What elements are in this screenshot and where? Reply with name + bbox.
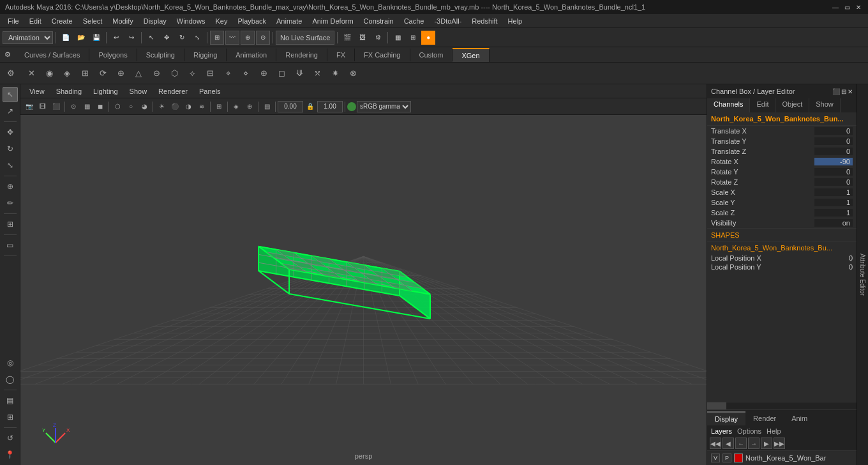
new-file-btn[interactable]: 📄 (59, 31, 73, 45)
sidebar-plus-btn[interactable]: ⊞ (3, 409, 18, 425)
view-menu[interactable]: View (24, 86, 50, 96)
menu-3dtall[interactable]: -3DtoAll- (429, 16, 467, 26)
soft-mod-btn[interactable]: ⊕ (3, 179, 18, 194)
animation-mode-select[interactable]: Animation (3, 31, 53, 44)
layer-v-btn[interactable]: V (711, 454, 720, 462)
move-tool-btn[interactable]: ✥ (3, 125, 18, 140)
move-btn[interactable]: ✥ (160, 31, 174, 45)
menu-edit[interactable]: Edit (24, 16, 47, 26)
vt-btn-cube[interactable]: ⬛ (50, 100, 63, 113)
shelf-btn-6[interactable]: ⊕ (112, 65, 129, 82)
ch-tab-edit[interactable]: Edit (750, 98, 775, 112)
rp-expand-btn[interactable]: ⬛ (832, 88, 840, 95)
tab-sculpting[interactable]: Sculpting (137, 49, 184, 61)
menu-redshift[interactable]: Redshift (467, 16, 502, 26)
scale-tool-btn[interactable]: ⤡ (3, 158, 18, 173)
minimize-button[interactable]: — (831, 3, 840, 11)
ch-tab-show[interactable]: Show (809, 98, 841, 112)
menu-create[interactable]: Create (47, 16, 78, 26)
pin-btn[interactable]: 📍 (3, 447, 18, 462)
shelf-btn-18[interactable]: ✷ (327, 65, 343, 82)
renderer-menu[interactable]: Renderer (153, 86, 193, 96)
vt-wireframe[interactable]: ⬡ (111, 100, 124, 113)
shelf-btn-2[interactable]: ◉ (41, 65, 57, 82)
menu-display[interactable]: Display (138, 16, 172, 26)
dt-tab-render[interactable]: Render (745, 412, 784, 425)
snap-camera-btn[interactable]: ◎ (3, 355, 18, 370)
layer-new-btn[interactable]: ◀◀ (710, 438, 721, 449)
vt-val2-input[interactable] (317, 101, 343, 112)
tab-settings-btn[interactable]: ⚙ (0, 47, 15, 62)
undo-btn[interactable]: ↩ (109, 31, 123, 45)
scene-viewport[interactable]: persp X Y Z (20, 115, 707, 465)
shelf-btn-7[interactable]: △ (130, 65, 147, 82)
sidebar-icons-btn[interactable]: ▤ (3, 393, 18, 408)
rotate-tool-btn[interactable]: ↻ (3, 141, 18, 156)
local-pos-y-value[interactable]: 0 (814, 263, 853, 271)
vt-light[interactable]: ☀ (155, 100, 168, 113)
shelf-btn-4[interactable]: ⊞ (77, 65, 93, 82)
show-manip-btn[interactable]: ⊞ (3, 217, 18, 232)
ch-tab-object[interactable]: Object (775, 98, 809, 112)
snap-grid-btn[interactable]: ⊞ (210, 31, 224, 45)
rotate-arrow-btn[interactable]: ↺ (3, 431, 18, 446)
snap-curve-btn[interactable]: 〰 (225, 31, 239, 45)
tab-rendering[interactable]: Rendering (276, 49, 327, 61)
menu-modify[interactable]: Modify (107, 16, 138, 26)
options-tab[interactable]: Options (737, 427, 761, 435)
tab-xgen[interactable]: XGen (453, 48, 489, 62)
show-menu[interactable]: Show (124, 86, 153, 96)
rotate-x-value[interactable]: -90 (814, 158, 853, 165)
vt-ao[interactable]: ◑ (182, 100, 195, 113)
shelf-btn-13[interactable]: ⋄ (237, 65, 254, 82)
layer-color-swatch[interactable] (734, 454, 743, 462)
menu-constrain[interactable]: Constrain (359, 16, 399, 26)
dt-tab-display[interactable]: Display (707, 411, 745, 425)
vt-hud[interactable]: ▤ (260, 100, 273, 113)
local-pos-x-value[interactable]: 0 (814, 254, 853, 262)
vt-gamma-select[interactable]: sRGB gamma (357, 101, 411, 112)
scrollbar-thumb[interactable] (707, 402, 726, 409)
rotate-z-value[interactable]: 0 (814, 178, 853, 186)
layer-down-btn[interactable]: → (748, 438, 760, 449)
shelf-btn-9[interactable]: ⬡ (166, 65, 183, 82)
viewport[interactable]: View Shading Lighting Show Renderer Pane… (20, 84, 707, 465)
menu-cache[interactable]: Cache (399, 16, 430, 26)
tab-polygons[interactable]: Polygons (89, 49, 137, 61)
layer-del-btn[interactable]: ◀ (722, 438, 734, 449)
region-sel-btn[interactable]: ▭ (3, 238, 18, 253)
menu-help[interactable]: Help (503, 16, 528, 26)
window-controls[interactable]: — ▭ ✕ (831, 3, 863, 11)
shelf-btn-11[interactable]: ⊟ (202, 65, 218, 82)
layer-up-btn[interactable]: ← (735, 438, 747, 449)
menu-playback[interactable]: Playback (232, 16, 271, 26)
shelf-btn-8[interactable]: ⊖ (148, 65, 165, 82)
vt-val1-input[interactable] (278, 101, 303, 112)
scale-x-value[interactable]: 1 (814, 188, 853, 196)
menu-file[interactable]: File (3, 16, 24, 26)
vt-lock-btn[interactable]: 🔒 (304, 100, 317, 113)
visibility-value[interactable]: on (814, 219, 853, 227)
shelf-btn-3[interactable]: ◈ (59, 65, 75, 82)
shelf-btn-14[interactable]: ⊕ (255, 65, 272, 82)
snap-point-btn[interactable]: ⊕ (241, 31, 255, 45)
ch-tab-channels[interactable]: Channels (707, 98, 750, 112)
shelf-btn-17[interactable]: ⤲ (309, 65, 326, 82)
layer-p-btn[interactable]: P (722, 454, 731, 462)
lighting-menu[interactable]: Lighting (88, 86, 123, 96)
vt-isolate[interactable]: ⊙ (67, 100, 80, 113)
right-btn1[interactable]: ▦ (391, 31, 405, 45)
live-surface-btn[interactable]: No Live Surface (276, 31, 334, 45)
close-button[interactable]: ✕ (854, 3, 863, 11)
vt-grid[interactable]: ⊞ (213, 100, 225, 113)
rotate-y-value[interactable]: 0 (814, 168, 853, 176)
right-btn3[interactable]: ● (421, 31, 435, 45)
render-settings-btn[interactable]: ⚙ (371, 31, 385, 45)
layers-tab[interactable]: Layers (711, 427, 732, 435)
tab-rigging[interactable]: Rigging (184, 49, 227, 61)
save-file-btn[interactable]: 💾 (89, 31, 103, 45)
layer-end-btn[interactable]: ▶▶ (774, 438, 785, 449)
vt-btn-camera[interactable]: 📷 (23, 100, 36, 113)
vt-xray2[interactable]: ⊕ (243, 100, 256, 113)
menu-select[interactable]: Select (78, 16, 108, 26)
